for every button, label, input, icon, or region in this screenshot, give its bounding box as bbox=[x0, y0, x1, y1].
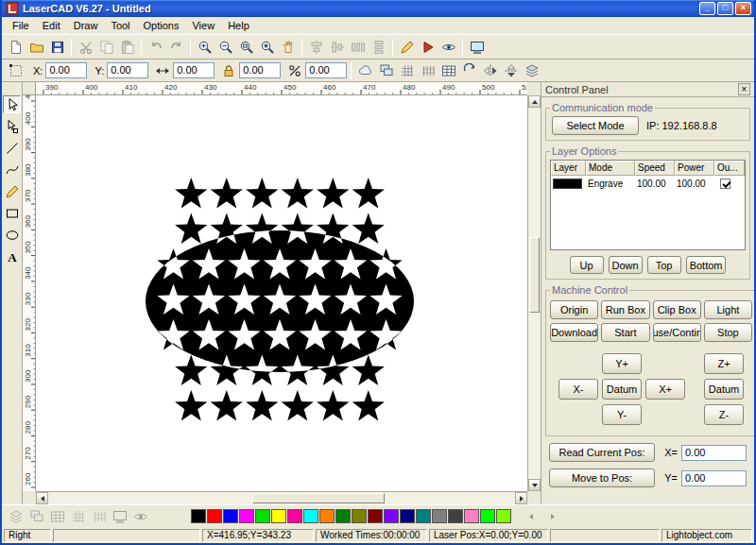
vertical-scrollbar[interactable] bbox=[527, 95, 541, 491]
rotate-button[interactable] bbox=[459, 60, 479, 80]
scroll-right-button[interactable] bbox=[515, 492, 527, 504]
cascade-button[interactable] bbox=[376, 60, 396, 80]
read-current-pos-button[interactable]: Read Current Pos: bbox=[549, 443, 655, 462]
clip-box-button[interactable]: Clip Box bbox=[653, 300, 701, 319]
menu-file[interactable]: File bbox=[6, 18, 36, 33]
panel-close-icon[interactable]: × bbox=[738, 83, 750, 95]
menu-edit[interactable]: Edit bbox=[36, 18, 67, 33]
close-button[interactable]: × bbox=[735, 2, 751, 15]
drawing-canvas[interactable] bbox=[36, 95, 527, 491]
scroll-down-button[interactable] bbox=[528, 479, 541, 491]
top-button[interactable]: Top bbox=[647, 256, 681, 274]
preview-button[interactable] bbox=[438, 37, 458, 57]
color-swatch-7[interactable] bbox=[303, 509, 318, 523]
position-x-field[interactable]: 0.00 bbox=[45, 62, 87, 78]
color-swatch-0[interactable] bbox=[191, 509, 206, 523]
scale-field[interactable]: 0.00 bbox=[305, 62, 347, 78]
horizontal-scrollbar[interactable] bbox=[36, 491, 527, 504]
pos-y-field[interactable]: 0.00 bbox=[681, 470, 747, 486]
down-button[interactable]: Down bbox=[609, 256, 643, 274]
scroll-up-button[interactable] bbox=[528, 95, 541, 108]
new-button[interactable] bbox=[6, 37, 26, 57]
layers-button[interactable] bbox=[522, 60, 541, 80]
horizontal-scroll-thumb[interactable] bbox=[252, 493, 385, 503]
color-swatch-10[interactable] bbox=[352, 509, 367, 523]
tool-select[interactable] bbox=[3, 95, 21, 113]
jog-z-plus-button[interactable]: Z+ bbox=[704, 353, 744, 374]
vertical-scroll-thumb[interactable] bbox=[529, 237, 540, 313]
table-button[interactable] bbox=[438, 60, 458, 80]
color-swatch-16[interactable] bbox=[448, 509, 463, 523]
color-swatch-9[interactable] bbox=[335, 509, 351, 523]
pos-x-field[interactable]: 0.00 bbox=[681, 445, 747, 461]
maximize-button[interactable]: □ bbox=[717, 2, 733, 15]
fence-button[interactable] bbox=[418, 60, 438, 80]
light-button[interactable]: Light bbox=[704, 300, 752, 319]
color-swatch-1[interactable] bbox=[207, 509, 222, 523]
jog-datum-xy-button[interactable]: Datum bbox=[602, 379, 642, 400]
color-swatch-19[interactable] bbox=[496, 509, 511, 523]
bottom-button[interactable]: Bottom bbox=[686, 256, 727, 274]
menu-options[interactable]: Options bbox=[137, 18, 186, 33]
grid-button[interactable] bbox=[397, 60, 417, 80]
tool-ellipse[interactable] bbox=[3, 226, 21, 244]
layer-color-swatch[interactable] bbox=[553, 179, 582, 189]
tool-node-edit[interactable] bbox=[3, 117, 21, 135]
zoom-out-button[interactable] bbox=[215, 37, 235, 57]
tool-curve[interactable] bbox=[3, 161, 21, 179]
start-button[interactable]: Start bbox=[601, 323, 649, 342]
jog-x-minus-button[interactable]: X- bbox=[558, 379, 598, 400]
tool-text[interactable]: A bbox=[3, 247, 21, 265]
scroll-left-button[interactable] bbox=[36, 492, 48, 504]
pause-continue-button[interactable]: Pause/Continue bbox=[653, 323, 701, 342]
jog-z-minus-button[interactable]: Z- bbox=[704, 404, 744, 425]
select-mode-button[interactable]: Select Mode bbox=[552, 116, 639, 135]
menu-draw[interactable]: Draw bbox=[67, 18, 105, 33]
run-box-button[interactable]: Run Box bbox=[601, 300, 649, 319]
jog-y-minus-button[interactable]: Y- bbox=[602, 404, 642, 425]
download-button[interactable]: Download bbox=[550, 323, 598, 342]
color-swatch-2[interactable] bbox=[223, 509, 238, 523]
open-button[interactable] bbox=[26, 37, 46, 57]
layer-output-checkbox[interactable] bbox=[720, 179, 730, 189]
color-swatch-13[interactable] bbox=[400, 509, 415, 523]
simulate-button[interactable] bbox=[418, 37, 438, 57]
color-swatch-4[interactable] bbox=[255, 509, 270, 523]
anchor-point-button[interactable] bbox=[6, 60, 26, 80]
up-button[interactable]: Up bbox=[570, 256, 604, 274]
color-swatch-12[interactable] bbox=[384, 509, 399, 523]
zoom-in-button[interactable] bbox=[195, 37, 215, 57]
color-swatch-14[interactable] bbox=[416, 509, 431, 523]
menu-view[interactable]: View bbox=[185, 18, 221, 33]
zoom-all-button[interactable] bbox=[257, 37, 277, 57]
jog-datum-z-button[interactable]: Datum bbox=[704, 379, 744, 400]
pan-button[interactable] bbox=[278, 37, 298, 57]
flip-h-button[interactable] bbox=[480, 60, 500, 80]
height-field[interactable]: 0.00 bbox=[239, 62, 281, 78]
color-swatch-6[interactable] bbox=[287, 509, 302, 523]
origin-button[interactable]: Origin bbox=[550, 300, 598, 319]
flip-v-button[interactable] bbox=[501, 60, 521, 80]
minimize-button[interactable]: _ bbox=[699, 2, 715, 15]
width-field[interactable]: 0.00 bbox=[173, 62, 215, 78]
color-swatch-17[interactable] bbox=[464, 509, 479, 523]
star-ellipse-design[interactable] bbox=[36, 95, 527, 491]
color-swatch-18[interactable] bbox=[480, 509, 495, 523]
tool-rectangle[interactable] bbox=[3, 204, 21, 222]
position-y-field[interactable]: 0.00 bbox=[107, 62, 148, 78]
menu-help[interactable]: Help bbox=[221, 18, 256, 33]
stop-button[interactable]: Stop bbox=[704, 323, 752, 342]
color-swatch-5[interactable] bbox=[271, 509, 286, 523]
color-swatch-11[interactable] bbox=[368, 509, 383, 523]
tool-pen[interactable] bbox=[3, 182, 21, 200]
color-swatch-3[interactable] bbox=[239, 509, 254, 523]
jog-x-plus-button[interactable]: X+ bbox=[645, 379, 685, 400]
save-button[interactable] bbox=[47, 37, 67, 57]
edit-output-button[interactable] bbox=[397, 37, 417, 57]
zoom-window-button[interactable] bbox=[236, 37, 256, 57]
cloud-button[interactable] bbox=[355, 60, 375, 80]
jog-y-plus-button[interactable]: Y+ bbox=[602, 353, 642, 374]
move-to-pos-button[interactable]: Move to Pos: bbox=[549, 468, 655, 487]
layer-row[interactable]: Engrave 100.00 100.00 bbox=[551, 176, 745, 191]
color-swatch-8[interactable] bbox=[319, 509, 335, 523]
